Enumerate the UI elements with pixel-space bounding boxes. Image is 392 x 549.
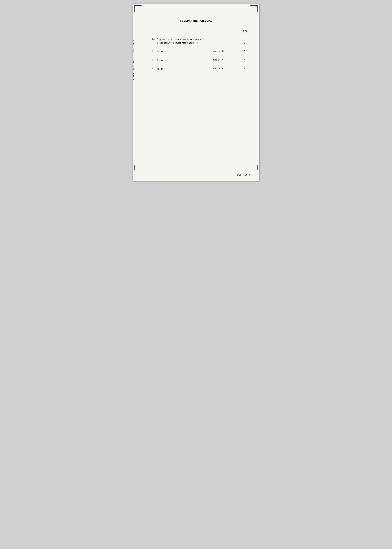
row-page-1: 3 (238, 41, 245, 45)
main-title: СОДЕРЖАНИЕ АЛЬБОМА (141, 20, 251, 22)
row-text-3: То же (157, 59, 213, 62)
row-number-4: 4. (152, 67, 157, 70)
row-text-1-line2: к основным комплектам марки ТХ (157, 41, 238, 45)
row-text-2: То же (157, 50, 213, 54)
row-number-2: 2. (152, 50, 157, 53)
row-number-3: 3. (152, 59, 157, 61)
sidebar-line1: Зом УЛ (133, 39, 135, 46)
table-row: 4. То же марки АС 9 (152, 67, 245, 71)
table-row: 2. То же марки ЭМ 5 (152, 50, 245, 54)
bottom-doc-number: 22662-06 3 (236, 174, 251, 176)
table-row: 1. Ведомости потребности в материалах к … (152, 38, 245, 45)
row-page-2: 5 (238, 50, 245, 53)
corner-bracket-bottom-right (252, 165, 258, 170)
page-number: 2 (255, 6, 257, 9)
table-row: 3. То же марки А 7 (152, 59, 245, 62)
row-mark-4: марки АС (213, 67, 238, 70)
row-mark-3: марки А (213, 59, 238, 61)
corner-bracket-top-left (134, 5, 141, 12)
row-text-1: Ведомости потребности в материалах к осн… (157, 38, 245, 45)
row-mark-2: марки ЭМ (213, 50, 238, 53)
row-text-4: То же (157, 67, 213, 71)
row-text-1-line1: Ведомости потребности в материалах (157, 38, 245, 41)
row-number-1: 1. (152, 38, 157, 40)
corner-bracket-bottom-left (134, 165, 140, 170)
sidebar-text: Зом УЛ Типовой проект 0901-9-15.1.87 (133, 39, 135, 81)
row-page-4: 9 (238, 67, 245, 70)
sidebar-line2: Типовой проект 0901-9-15.1.87 (133, 48, 135, 81)
document-page: 2 Зом УЛ Типовой проект 0901-9-15.1.87 С… (133, 4, 259, 181)
content-table: 1. Ведомости потребности в материалах к … (152, 38, 245, 71)
page-label: Стр. (141, 30, 249, 32)
row-page-3: 7 (238, 59, 245, 61)
